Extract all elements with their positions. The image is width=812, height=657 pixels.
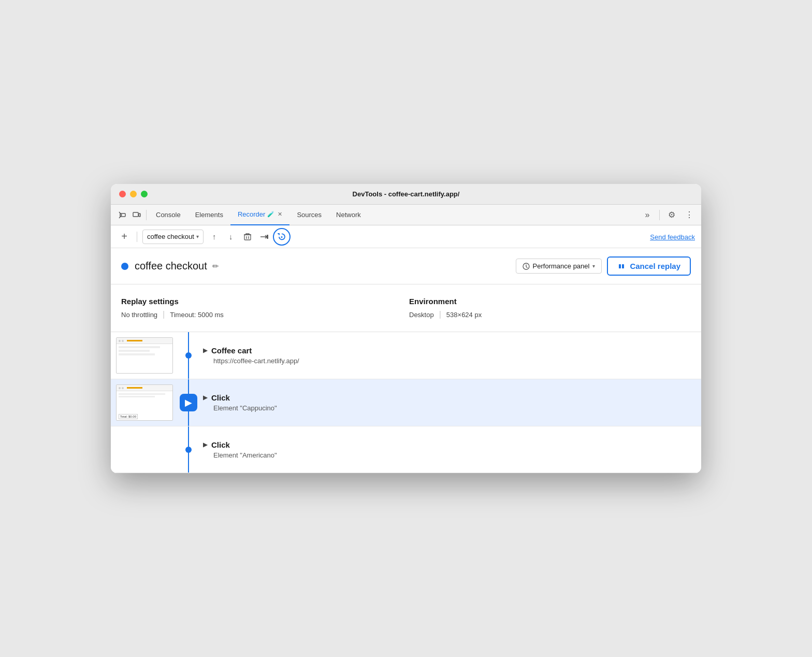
tab-divider-2 bbox=[659, 210, 660, 220]
device-toolbar-icon[interactable] bbox=[129, 208, 144, 222]
step-subtitle-1: https://coffee-cart.netlify.app/ bbox=[213, 357, 693, 365]
step-expand-icon: ▶ bbox=[203, 347, 207, 354]
step-click-americano: ▶ Click Element "Americano" bbox=[111, 426, 701, 473]
step-subtitle-3: Element "Americano" bbox=[213, 451, 693, 459]
inspect-icon[interactable] bbox=[115, 208, 129, 222]
thumbnail-box-2: Total: $0.00 bbox=[116, 384, 173, 421]
step-thumbnail-1 bbox=[111, 332, 178, 379]
step-node-1 bbox=[185, 352, 192, 359]
traffic-lights bbox=[119, 191, 148, 197]
step-node-3 bbox=[185, 447, 192, 453]
step-thumbnail-2: Total: $0.00 bbox=[111, 379, 178, 426]
tab-close-icon[interactable]: ✕ bbox=[278, 211, 282, 218]
tab-console[interactable]: Console bbox=[149, 205, 188, 225]
tab-divider bbox=[146, 210, 147, 220]
import-button[interactable]: ↓ bbox=[223, 229, 239, 245]
svg-rect-3 bbox=[244, 235, 251, 240]
step-over-button[interactable] bbox=[256, 229, 272, 245]
minimize-button[interactable] bbox=[130, 191, 137, 197]
step-subtitle-2: Element "Cappucino" bbox=[213, 404, 693, 412]
replay-button[interactable] bbox=[273, 228, 291, 246]
step-expand-icon-2: ▶ bbox=[203, 394, 207, 401]
tab-network[interactable]: Network bbox=[329, 205, 368, 225]
toolbar-divider bbox=[137, 232, 137, 242]
environment-values: Desktop | 538×624 px bbox=[409, 310, 691, 319]
settings-button[interactable]: ⚙ bbox=[664, 207, 679, 223]
settings-section: Replay settings No throttling | Timeout:… bbox=[111, 284, 701, 332]
steps-container: ▶ Coffee cart https://coffee-cart.netlif… bbox=[111, 332, 701, 473]
step-content-1[interactable]: ▶ Coffee cart https://coffee-cart.netlif… bbox=[199, 332, 701, 379]
export-button[interactable]: ↑ bbox=[207, 229, 222, 245]
svg-rect-2 bbox=[139, 213, 140, 217]
tab-elements[interactable]: Elements bbox=[188, 205, 230, 225]
toolbar-right: Send feedback bbox=[650, 232, 695, 241]
step-content-3[interactable]: ▶ Click Element "Americano" bbox=[199, 426, 701, 473]
recording-indicator bbox=[121, 263, 128, 270]
close-button[interactable] bbox=[119, 191, 126, 197]
more-tabs-button[interactable]: » bbox=[640, 207, 655, 223]
replay-settings-values: No throttling | Timeout: 5000 ms bbox=[121, 310, 403, 319]
menu-button[interactable]: ⋮ bbox=[682, 207, 697, 223]
step-title-1[interactable]: ▶ Coffee cart bbox=[203, 346, 693, 355]
thumb-total: Total: $0.00 bbox=[119, 414, 138, 419]
step-click-cappucino: Total: $0.00 ▶ ▶ Click Element "Cappucin… bbox=[111, 379, 701, 426]
tab-more-area: » ⚙ ⋮ bbox=[640, 207, 697, 223]
step-node-active: ▶ bbox=[180, 394, 197, 411]
replay-settings-block: Replay settings No throttling | Timeout:… bbox=[121, 297, 403, 319]
step-title-2[interactable]: ▶ Click bbox=[203, 393, 693, 402]
toolbar-actions: ↑ ↓ bbox=[207, 228, 291, 246]
send-feedback-link[interactable]: Send feedback bbox=[650, 233, 695, 241]
edit-icon[interactable]: ✏ bbox=[212, 262, 219, 271]
title-bar: DevTools - coffee-cart.netlify.app/ bbox=[111, 184, 701, 205]
recording-header: coffee checkout ✏ Performance panel ▾ Ca… bbox=[111, 248, 701, 284]
thumbnail-header-2 bbox=[117, 385, 172, 391]
performance-chevron-icon: ▾ bbox=[592, 263, 595, 269]
cancel-replay-button[interactable]: Cancel replay bbox=[607, 256, 691, 276]
add-recording-button[interactable]: + bbox=[117, 230, 132, 244]
tab-recorder[interactable]: Recorder 🧪 ✕ bbox=[230, 205, 289, 225]
delete-button[interactable] bbox=[240, 229, 255, 245]
environment-title: Environment bbox=[409, 297, 691, 306]
recording-name: coffee checkout bbox=[135, 260, 207, 272]
step-connector-3 bbox=[178, 426, 199, 473]
settings-separator: | bbox=[163, 310, 165, 319]
devtools-window: DevTools - coffee-cart.netlify.app/ Cons… bbox=[111, 184, 701, 473]
svg-rect-4 bbox=[267, 235, 268, 239]
svg-rect-8 bbox=[622, 264, 624, 268]
tab-sources[interactable]: Sources bbox=[289, 205, 329, 225]
flask-icon: 🧪 bbox=[267, 211, 274, 218]
performance-panel-button[interactable]: Performance panel ▾ bbox=[516, 259, 602, 274]
svg-rect-1 bbox=[133, 212, 138, 217]
step-connector-2: ▶ bbox=[178, 379, 199, 426]
play-icon: ▶ bbox=[185, 397, 192, 408]
environment-block: Environment Desktop | 538×624 px bbox=[409, 297, 691, 319]
recording-header-right: Performance panel ▾ Cancel replay bbox=[516, 256, 691, 276]
thumbnail-box-1 bbox=[116, 337, 173, 374]
svg-point-5 bbox=[281, 236, 282, 238]
env-separator: | bbox=[439, 310, 441, 319]
recorder-toolbar: + coffee checkout ▾ ↑ ↓ bbox=[111, 225, 701, 248]
maximize-button[interactable] bbox=[141, 191, 148, 197]
chevron-down-icon: ▾ bbox=[196, 234, 199, 239]
svg-rect-7 bbox=[619, 264, 621, 268]
step-coffee-cart: ▶ Coffee cart https://coffee-cart.netlif… bbox=[111, 332, 701, 379]
replay-settings-title: Replay settings bbox=[121, 297, 403, 306]
thumbnail-header bbox=[117, 338, 172, 344]
recording-selector[interactable]: coffee checkout ▾ bbox=[142, 230, 204, 244]
step-expand-icon-3: ▶ bbox=[203, 441, 207, 448]
step-content-2[interactable]: ▶ Click Element "Cappucino" bbox=[199, 379, 701, 426]
tab-bar: Console Elements Recorder 🧪 ✕ Sources Ne… bbox=[111, 205, 701, 225]
step-connector-1 bbox=[178, 332, 199, 379]
window-title: DevTools - coffee-cart.netlify.app/ bbox=[353, 190, 460, 198]
step-title-3[interactable]: ▶ Click bbox=[203, 440, 693, 449]
